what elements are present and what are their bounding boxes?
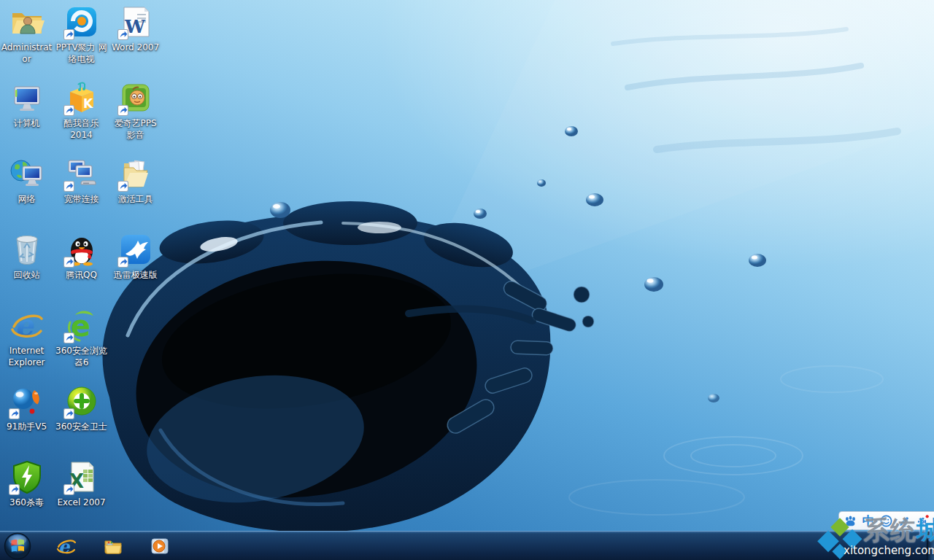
qq-penguin-icon [64, 232, 99, 267]
desktop-icon-360-antivirus[interactable]: 360杀毒 [0, 459, 53, 508]
desktop-icon-broadband[interactable]: 宽带连接 [55, 156, 108, 205]
desktop-icon-91-assistant[interactable]: 91助手V5 [0, 384, 53, 432]
shortcut-arrow-icon [63, 484, 74, 495]
ie-e-icon: e [9, 308, 45, 343]
desktop-icon-administrator[interactable]: Administrat or [0, 4, 53, 65]
desktop-icon-360-browser[interactable]: e360安全浏览 器6 [55, 308, 108, 368]
pps-icon [118, 80, 153, 115]
shortcut-arrow-icon [63, 332, 74, 343]
360-browser-e-icon: e [64, 308, 99, 343]
settings-icon [916, 514, 930, 528]
desktop-icon-label: 迅雷极速版 [114, 269, 158, 281]
media-player-icon [150, 536, 170, 556]
desktop-icon-label: 宽带连接 [64, 193, 99, 205]
ime-baidu-paw-button[interactable] [842, 513, 858, 529]
desktop-icon-label: 回收站 [14, 269, 40, 281]
shortcut-arrow-icon [9, 484, 20, 495]
thunder-bird-icon [118, 232, 153, 267]
desktop-icon-label: 爱奇艺PPS 影音 [114, 117, 156, 141]
handwriting-icon [898, 514, 911, 528]
ime-chinese-mode-button[interactable]: 中 [860, 513, 876, 529]
desktop-icon-label: 腾讯QQ [66, 269, 97, 281]
taskbar-button-windows-explorer[interactable] [102, 535, 124, 557]
shortcut-arrow-icon [63, 105, 74, 116]
network-icon [9, 156, 45, 191]
taskbar: e CH ? 15:31 2014/12/12 [0, 531, 934, 560]
internet-explorer-icon: e [56, 536, 77, 556]
shortcut-arrow-icon [63, 181, 74, 192]
chinese-mode-icon: 中 [862, 515, 875, 527]
computer-icon [9, 80, 45, 115]
excel-icon: X [64, 459, 99, 494]
360-av-shield-icon [9, 459, 45, 494]
pinned-taskbar-buttons: e [48, 532, 171, 560]
desktop-icon-label: Internet Explorer [9, 345, 45, 368]
desktop-icon-label: 360杀毒 [9, 497, 44, 508]
svg-text:K: K [83, 96, 93, 111]
desktop-icon-recycle-bin[interactable]: 回收站 [0, 232, 53, 281]
taskbar-button-internet-explorer[interactable]: e [55, 535, 77, 557]
desktop-icon-thunder[interactable]: 迅雷极速版 [109, 232, 162, 281]
baidu-paw-icon [844, 514, 857, 528]
shortcut-arrow-icon [117, 257, 128, 268]
user-folder-icon [9, 4, 45, 39]
open-folder-icon [118, 156, 153, 191]
desktop-icon-activation-tools[interactable]: 激活工具 [109, 156, 162, 205]
desktop-icon-label: 360安全卫士 [55, 421, 107, 432]
windows7-desktop-screen: Administrat orPPTV聚力 网 络电视WWord 2007计算机K… [0, 0, 934, 560]
start-button[interactable] [4, 532, 31, 560]
shortcut-arrow-icon [63, 408, 74, 419]
ime-toolbar: 中 [838, 511, 934, 530]
shortcut-arrow-icon [117, 105, 128, 116]
shortcut-arrow-icon [117, 29, 128, 40]
desktop-icon-label: Administrat or [1, 42, 53, 65]
shortcut-arrow-icon [117, 181, 128, 192]
windows-orb-icon [4, 532, 31, 560]
360-safe-ball-icon [64, 384, 99, 419]
pptv-icon [64, 4, 99, 39]
recycle-bin-icon [9, 232, 45, 267]
ime-settings-button[interactable] [915, 513, 931, 529]
desktop-icon-label: 网络 [18, 193, 36, 205]
broadband-icon [64, 156, 99, 191]
kuwo-icon: K [64, 80, 99, 115]
91-drops-icon [9, 384, 45, 419]
ime-emoji-button[interactable] [879, 513, 895, 529]
desktop-icon-iqiyi-pps[interactable]: 爱奇艺PPS 影音 [109, 80, 162, 141]
desktop-icon-grid: Administrat orPPTV聚力 网 络电视WWord 2007计算机K… [0, 0, 190, 531]
windows-explorer-icon [103, 536, 123, 556]
show-desktop-button[interactable] [927, 532, 934, 560]
desktop-icon-360-safe[interactable]: 360安全卫士 [55, 384, 108, 432]
desktop-icon-label: 360安全浏览 器6 [55, 345, 107, 368]
desktop-icon-computer[interactable]: 计算机 [0, 80, 53, 129]
desktop-icon-label: Excel 2007 [57, 497, 105, 508]
desktop-icon-label: 酷我音乐 2014 [64, 117, 99, 141]
desktop-icon-label: Word 2007 [112, 42, 159, 53]
shortcut-arrow-icon [63, 29, 74, 40]
desktop-icon-label: 91助手V5 [7, 421, 47, 432]
desktop-icon-excel-2007[interactable]: XExcel 2007 [55, 459, 108, 508]
desktop-icon-pptv[interactable]: PPTV聚力 网 络电视 [55, 4, 108, 65]
ime-handwriting-button[interactable] [897, 513, 913, 529]
word-icon: W [118, 4, 153, 39]
desktop-icon-label: 计算机 [14, 117, 40, 129]
desktop-icon-word-2007[interactable]: WWord 2007 [109, 4, 162, 53]
shortcut-arrow-icon [63, 257, 74, 268]
desktop-icon-network[interactable]: 网络 [0, 156, 53, 205]
desktop-icon-internet-explorer[interactable]: eInternet Explorer [0, 308, 53, 368]
taskbar-button-media-player[interactable] [149, 535, 171, 557]
desktop-icon-tencent-qq[interactable]: 腾讯QQ [55, 232, 108, 281]
emoji-icon [879, 514, 893, 528]
shortcut-arrow-icon [9, 408, 20, 419]
desktop-icon-label: PPTV聚力 网 络电视 [56, 42, 107, 65]
desktop-icon-kuwo-music[interactable]: K酷我音乐 2014 [55, 80, 108, 141]
desktop-icon-label: 激活工具 [118, 193, 153, 205]
